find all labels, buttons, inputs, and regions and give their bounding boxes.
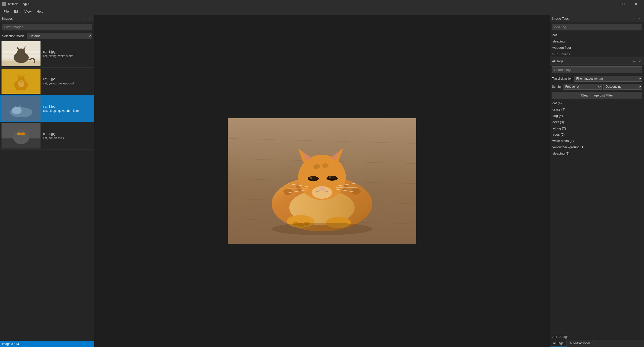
- all-tags-title: All Tags: [552, 59, 563, 63]
- all-tag-cat[interactable]: cat (4): [550, 100, 644, 106]
- image-item-3[interactable]: cat-3.jpg cat, sleeping, wooden floor: [0, 95, 94, 122]
- image-info-4: cat-4.jpg cat, sunglasses: [43, 132, 64, 140]
- status-text: Image 3 / 13: [2, 342, 19, 346]
- image-tags-header-controls: ─ ✕: [632, 17, 642, 20]
- status-bar: Image 3 / 13: [0, 341, 94, 347]
- all-tags-close-button[interactable]: ✕: [637, 60, 642, 63]
- svg-point-31: [21, 132, 25, 135]
- bottom-tabs: All Tags Auto-Captioner: [550, 340, 644, 347]
- menu-edit[interactable]: Edit: [11, 9, 22, 14]
- menu-view[interactable]: View: [22, 9, 34, 14]
- sort-row: Sort by Frequency Name Count Descending …: [550, 83, 644, 91]
- image-tags-close-button[interactable]: ✕: [637, 17, 642, 20]
- image-thumb-4: [2, 123, 41, 148]
- menubar: File Edit View Help: [0, 8, 644, 15]
- all-tag-dog[interactable]: dog (4): [550, 113, 644, 119]
- image-thumb-1: [2, 41, 41, 66]
- tag-click-label: Tag click action: [552, 77, 572, 80]
- selection-mode-select[interactable]: Default Multiple Range: [27, 33, 92, 39]
- restore-button[interactable]: □: [618, 0, 629, 8]
- tag-item-cat[interactable]: cat: [550, 32, 644, 38]
- cat3-thumb-svg: [2, 96, 41, 121]
- image-list: cat-1.jpg cat, sitting, white stairs: [0, 40, 94, 341]
- tag-click-action-row: Tag click action Filter images for tag A…: [550, 75, 644, 83]
- image-tags-3: cat, sleeping, wooden floor: [43, 109, 79, 113]
- all-tag-deer[interactable]: deer (3): [550, 119, 644, 125]
- left-panel-header: Images ─ ✕: [0, 15, 94, 22]
- image-item-1[interactable]: cat-1.jpg cat, sitting, white stairs: [0, 40, 94, 68]
- cat4-thumb-svg: [2, 123, 41, 148]
- svg-point-21: [15, 107, 21, 112]
- tab-auto-captioner[interactable]: Auto-Captioner: [567, 340, 593, 347]
- svg-point-16: [22, 88, 26, 90]
- add-tag-input[interactable]: [552, 24, 642, 30]
- right-panel: Image Tags ─ ✕ cat sleeping wooden floor…: [550, 15, 644, 347]
- all-tags-header: All Tags ─ ✕: [550, 58, 644, 65]
- svg-point-15: [16, 88, 20, 90]
- selection-mode-row: Selection mode Default Multiple Range: [0, 32, 94, 40]
- all-tags-count: 23 / 23 Tags: [550, 334, 644, 340]
- all-tag-trees[interactable]: trees (2): [550, 131, 644, 138]
- sort-label: Sort by: [552, 85, 561, 88]
- filter-images-input[interactable]: [2, 24, 92, 30]
- image-tags-title: Image Tags: [552, 17, 569, 20]
- tokens-info: 6 / 75 Tokens: [550, 51, 644, 58]
- svg-point-65: [272, 223, 372, 235]
- sort-by-select[interactable]: Frequency Name Count: [563, 84, 602, 90]
- image-tags-2: cat, yellow background: [43, 82, 74, 85]
- image-thumb-2: [2, 69, 41, 94]
- image-tags-4: cat, sunglasses: [43, 136, 64, 140]
- minimize-button[interactable]: ─: [605, 0, 617, 8]
- image-tags-pin-button[interactable]: ─: [632, 17, 636, 20]
- all-tag-white-stairs[interactable]: white stairs (1): [550, 138, 644, 144]
- svg-point-17: [18, 80, 24, 87]
- titlebar-controls: ─ □ ✕: [605, 0, 642, 8]
- clear-image-list-filter-button[interactable]: Clear Image List Filter: [552, 92, 642, 99]
- svg-point-55: [310, 177, 312, 179]
- tab-all-tags[interactable]: All Tags: [550, 340, 567, 347]
- window-title: animals - TagGUI: [8, 2, 31, 6]
- selection-mode-label: Selection mode: [2, 34, 25, 38]
- image-info-3: cat-3.jpg cat, sleeping, wooden floor: [43, 105, 79, 113]
- titlebar: animals - TagGUI ─ □ ✕: [0, 0, 644, 8]
- sort-order-select[interactable]: Descending Ascending: [603, 84, 642, 90]
- all-tag-grass[interactable]: grass (4): [550, 106, 644, 113]
- filter-input-container: [0, 22, 94, 32]
- panel-close-button[interactable]: ✕: [88, 17, 92, 20]
- left-panel: Images ─ ✕ Selection mode Default Multip…: [0, 15, 94, 347]
- main-image: [228, 118, 416, 244]
- tag-click-select[interactable]: Filter images for tag Add/remove tag Cop…: [574, 76, 642, 82]
- panel-pin-button[interactable]: ─: [82, 17, 87, 20]
- menu-help[interactable]: Help: [34, 9, 46, 14]
- image-filename-2: cat-2.jpg: [43, 77, 74, 81]
- all-tags-pin-button[interactable]: ─: [632, 60, 636, 63]
- image-info-2: cat-2.jpg cat, yellow background: [43, 77, 74, 85]
- titlebar-left: animals - TagGUI: [2, 2, 31, 6]
- all-tags-header-controls: ─ ✕: [632, 60, 642, 63]
- close-button[interactable]: ✕: [630, 0, 642, 8]
- image-tags-list: cat sleeping wooden floor: [550, 32, 644, 51]
- menu-file[interactable]: File: [1, 9, 11, 14]
- panel-header-controls: ─ ✕: [82, 17, 92, 20]
- svg-point-56: [329, 176, 331, 178]
- main-content: Images ─ ✕ Selection mode Default Multip…: [0, 15, 644, 347]
- all-tag-sleeping[interactable]: sleeping (1): [550, 150, 644, 157]
- cat2-thumb-svg: [2, 69, 41, 94]
- all-tag-sitting[interactable]: sitting (2): [550, 125, 644, 131]
- image-info-1: cat-1.jpg cat, sitting, white stairs: [43, 50, 73, 58]
- app-icon: [2, 2, 6, 6]
- image-tags-1: cat, sitting, white stairs: [43, 54, 73, 58]
- cat1-thumb-svg: [2, 41, 41, 66]
- tag-item-wooden-floor[interactable]: wooden floor: [550, 44, 644, 51]
- search-tags-input[interactable]: [552, 66, 642, 73]
- image-filename-3: cat-3.jpg: [43, 105, 79, 108]
- image-tags-header: Image Tags ─ ✕: [550, 15, 644, 22]
- all-tag-yellow-background[interactable]: yellow background (1): [550, 144, 644, 150]
- svg-point-64: [312, 186, 332, 199]
- tag-item-sleeping[interactable]: sleeping: [550, 38, 644, 44]
- image-item-2[interactable]: cat-2.jpg cat, yellow background: [0, 68, 94, 95]
- image-filename-1: cat-1.jpg: [43, 50, 73, 54]
- images-panel-title: Images: [2, 17, 13, 20]
- image-item-4[interactable]: cat-4.jpg cat, sunglasses: [0, 122, 94, 150]
- image-filename-4: cat-4.jpg: [43, 132, 64, 136]
